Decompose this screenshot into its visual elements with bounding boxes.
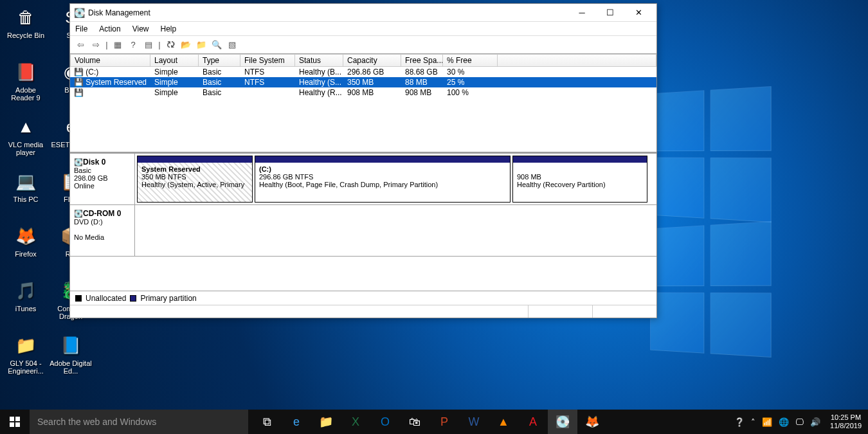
tray-icon[interactable]: 🖵: [792, 417, 807, 427]
column-header[interactable]: Free Spa...: [401, 54, 443, 67]
clock[interactable]: 10:25 PM 11/8/2019: [824, 413, 868, 430]
partition[interactable]: (C:)296.86 GB NTFSHealthy (Boot, Page Fi…: [255, 156, 511, 203]
svg-rect-0: [10, 417, 14, 421]
vlc-icon[interactable]: ▲: [489, 410, 518, 434]
toolbar-icon[interactable]: ▤: [142, 39, 155, 51]
app-icon: 📕: [13, 59, 39, 85]
adobe-icon[interactable]: A: [518, 410, 548, 434]
icon-label: Firefox: [15, 250, 37, 258]
word-icon[interactable]: W: [459, 410, 489, 434]
menu-view[interactable]: View: [132, 24, 149, 33]
desktop-icon[interactable]: 📕Adobe Reader 9: [3, 58, 48, 113]
outlook-icon[interactable]: O: [370, 410, 400, 434]
desktop-icon[interactable]: 🦊Firefox: [3, 222, 48, 276]
partition[interactable]: System Reserved350 MB NTFSHealthy (Syste…: [137, 156, 253, 203]
desktop-icon[interactable]: ▲VLC media player: [3, 113, 48, 167]
forward-icon[interactable]: ⇨: [89, 39, 102, 51]
desktop-icon[interactable]: 📘Adobe Digital Ed...: [48, 331, 93, 386]
svg-rect-3: [15, 422, 20, 427]
start-button[interactable]: [0, 410, 30, 434]
disk-management-window: 💽 Disk Management ─ ☐ ✕ FileActionViewHe…: [69, 3, 657, 318]
powerpoint-icon[interactable]: P: [429, 410, 459, 434]
app-icon: 🎵: [13, 278, 39, 303]
volume-icon[interactable]: 🔊: [807, 417, 824, 427]
disk-graphic-area: 💽Disk 0Basic298.09 GBOnlineSystem Reserv…: [70, 154, 656, 291]
column-header[interactable]: Type: [199, 54, 240, 67]
app-icon: 📘: [58, 332, 84, 358]
menu-action[interactable]: Action: [99, 24, 120, 33]
back-icon[interactable]: ⇦: [74, 39, 87, 51]
system-tray: ❔ ˄ 📶 🌐 🖵 🔊 10:25 PM 11/8/2019: [731, 410, 868, 434]
desktop-icon[interactable]: 🗑Recycle Bin: [3, 3, 48, 58]
icon-label: This PC: [13, 195, 38, 203]
tray-icon[interactable]: 🌐: [775, 417, 792, 427]
partition[interactable]: 908 MBHealthy (Recovery Partition): [512, 156, 647, 203]
disk-row: 💽CD-ROM 0DVD (D:)No Media: [70, 205, 656, 257]
toolbar-icon[interactable]: 🔍: [210, 39, 223, 51]
desktop-icon[interactable]: 📁GLY 504 - Engineeri...: [3, 331, 48, 386]
svg-rect-1: [15, 417, 20, 421]
column-header[interactable]: % Free: [443, 54, 498, 67]
window-title: Disk Management: [88, 8, 568, 17]
icon-label: iTunes: [15, 305, 37, 312]
icon-label: Adobe Reader 9: [3, 86, 48, 102]
column-header[interactable]: File System: [240, 54, 295, 67]
minimize-button[interactable]: ─: [568, 5, 596, 21]
titlebar[interactable]: 💽 Disk Management ─ ☐ ✕: [70, 4, 656, 22]
tray-chevron-icon[interactable]: ˄: [748, 417, 759, 427]
volume-row[interactable]: 💾 System ReservedSimpleBasicNTFSHealthy …: [70, 77, 656, 87]
app-icon: 💻: [13, 168, 39, 194]
task-view-icon[interactable]: ⧉: [252, 410, 282, 434]
menu-file[interactable]: File: [75, 24, 87, 33]
app-icon: ▲: [13, 114, 39, 140]
excel-icon[interactable]: X: [341, 410, 370, 434]
legend-label: Unallocated: [86, 294, 126, 303]
statusbar: [70, 305, 656, 318]
disk-info[interactable]: 💽CD-ROM 0DVD (D:)No Media: [70, 205, 135, 256]
volume-list: VolumeLayoutTypeFile SystemStatusCapacit…: [70, 54, 656, 154]
toolbar-icon[interactable]: ▧: [226, 39, 239, 51]
icon-label: GLY 504 - Engineeri...: [3, 359, 48, 375]
tray-icon[interactable]: 📶: [759, 417, 775, 427]
toolbar-icon[interactable]: 📂: [179, 39, 192, 51]
store-icon[interactable]: 🛍: [400, 410, 429, 434]
app-icon: 📁: [13, 332, 39, 358]
icon-label: VLC media player: [3, 141, 48, 156]
firefox-icon[interactable]: 🦊: [577, 410, 607, 434]
toolbar: ⇦ ⇨ | ▦ ? ▤ | 🗘 📂 📁 🔍 ▧: [70, 36, 656, 54]
search-input[interactable]: Search the web and Windows: [30, 410, 248, 434]
disk-row: 💽Disk 0Basic298.09 GBOnlineSystem Reserv…: [70, 154, 656, 205]
volume-row[interactable]: 💾 SimpleBasicHealthy (R...908 MB908 MB10…: [70, 87, 656, 98]
icon-label: Recycle Bin: [7, 32, 44, 39]
app-icon: 🗑: [13, 5, 39, 30]
legend-swatch: [130, 295, 136, 302]
column-header[interactable]: Capacity: [343, 54, 401, 67]
edge-icon[interactable]: e: [282, 410, 311, 434]
column-header[interactable]: Status: [295, 54, 343, 67]
taskbar: Search the web and Windows ⧉ e 📁 X O 🛍 P…: [0, 410, 868, 434]
toolbar-icon[interactable]: ▦: [111, 39, 124, 51]
help-icon[interactable]: ?: [127, 39, 140, 51]
legend: UnallocatedPrimary partition: [70, 291, 656, 305]
svg-rect-2: [10, 422, 14, 427]
legend-label: Primary partition: [140, 294, 196, 303]
icon-label: Adobe Digital Ed...: [48, 359, 93, 375]
column-header[interactable]: Layout: [150, 54, 199, 67]
app-icon: 🦊: [13, 223, 39, 249]
tray-icon[interactable]: ❔: [731, 417, 748, 427]
volume-row[interactable]: 💾 (C:)SimpleBasicNTFSHealthy (B...296.86…: [70, 67, 656, 77]
maximize-button[interactable]: ☐: [596, 5, 624, 21]
disk-info[interactable]: 💽Disk 0Basic298.09 GBOnline: [70, 154, 135, 204]
refresh-icon[interactable]: 🗘: [164, 39, 177, 51]
close-button[interactable]: ✕: [624, 5, 653, 21]
desktop-icon[interactable]: 🎵iTunes: [3, 276, 48, 331]
diskmgmt-icon[interactable]: 💽: [548, 410, 577, 434]
toolbar-icon[interactable]: 📁: [195, 39, 208, 51]
legend-swatch: [75, 295, 82, 302]
desktop-icon[interactable]: 💻This PC: [3, 167, 48, 222]
app-icon: 💽: [74, 8, 84, 18]
menu-help[interactable]: Help: [161, 24, 177, 33]
menubar: FileActionViewHelp: [70, 22, 656, 36]
file-explorer-icon[interactable]: 📁: [311, 410, 341, 434]
column-header[interactable]: Volume: [70, 54, 150, 67]
